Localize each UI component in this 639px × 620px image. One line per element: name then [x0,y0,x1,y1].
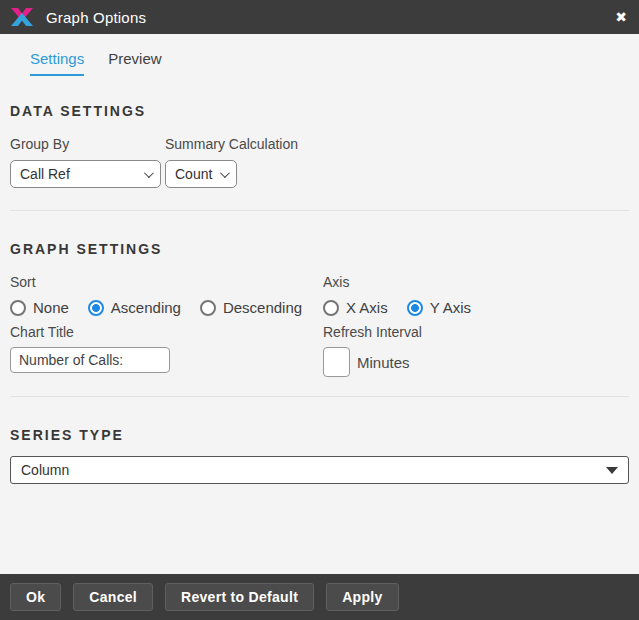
sort-none-label[interactable]: None [33,299,69,316]
axis-radio-group: X Axis Y Axis [323,299,639,316]
series-type-heading: SERIES TYPE [10,427,639,443]
cancel-button[interactable]: Cancel [73,583,153,611]
footer-bar: Ok Cancel Revert to Default Apply [0,574,639,620]
dialog-title: Graph Options [46,9,146,26]
revert-to-default-button[interactable]: Revert to Default [165,583,314,611]
triangle-down-icon [606,467,618,474]
data-settings-fields: Group By Call Ref Summary Calculation Co… [10,136,639,188]
tab-preview[interactable]: Preview [108,50,161,76]
y-axis-label[interactable]: Y Axis [430,299,471,316]
y-axis-radio[interactable] [407,300,423,316]
group-by-select[interactable]: Call Ref [10,160,161,188]
axis-option-y[interactable]: Y Axis [407,299,471,316]
chart-title-input[interactable] [10,347,170,373]
series-type-value: Column [21,462,69,478]
sort-descending-label[interactable]: Descending [223,299,302,316]
sort-none-radio[interactable] [10,300,26,316]
group-by-value: Call Ref [20,166,70,182]
sort-descending-radio[interactable] [200,300,216,316]
group-by-label: Group By [10,136,165,152]
close-icon[interactable]: ✖ [613,8,629,26]
refresh-interval-unit: Minutes [357,354,410,371]
refresh-interval-row: Minutes [323,347,639,377]
axis-label: Axis [323,274,639,290]
sort-option-descending[interactable]: Descending [200,299,302,316]
section-divider [10,210,629,211]
graph-settings-left-column: Sort None Ascending Descending Ch [10,274,323,377]
tab-bar: Settings Preview [30,50,639,76]
summary-calculation-label: Summary Calculation [165,136,298,152]
refresh-interval-input[interactable] [323,347,350,377]
dialog-content: Settings Preview DATA SETTINGS Group By … [0,34,639,574]
sort-option-ascending[interactable]: Ascending [88,299,181,316]
x-axis-radio[interactable] [323,300,339,316]
chevron-down-icon [144,168,154,178]
ok-button[interactable]: Ok [10,583,61,611]
summary-calculation-select[interactable]: Count [165,160,237,188]
apply-button[interactable]: Apply [326,583,398,611]
summary-calculation-field: Summary Calculation Count [165,136,298,188]
chevron-down-icon [220,168,230,178]
x-axis-label[interactable]: X Axis [346,299,388,316]
summary-calculation-value: Count [175,166,212,182]
titlebar: Graph Options ✖ [0,0,639,34]
tab-settings[interactable]: Settings [30,50,84,76]
axis-option-x[interactable]: X Axis [323,299,388,316]
sort-ascending-label[interactable]: Ascending [111,299,181,316]
refresh-interval-label: Refresh Interval [323,324,639,340]
group-by-field: Group By Call Ref [10,136,165,188]
series-type-select[interactable]: Column [10,456,629,484]
section-divider [10,396,629,397]
sort-option-none[interactable]: None [10,299,69,316]
graph-settings-right-column: Axis X Axis Y Axis Refresh Interval Minu… [323,274,639,377]
graph-options-dialog: Graph Options ✖ Settings Preview DATA SE… [0,0,639,620]
sort-radio-group: None Ascending Descending [10,299,323,316]
data-settings-heading: DATA SETTINGS [10,103,639,119]
graph-settings-heading: GRAPH SETTINGS [10,241,639,257]
sort-label: Sort [10,274,323,290]
graph-settings-fields: Sort None Ascending Descending Ch [10,274,639,377]
chart-title-label: Chart Title [10,324,323,340]
xima-logo-icon [10,5,34,29]
sort-ascending-radio[interactable] [88,300,104,316]
